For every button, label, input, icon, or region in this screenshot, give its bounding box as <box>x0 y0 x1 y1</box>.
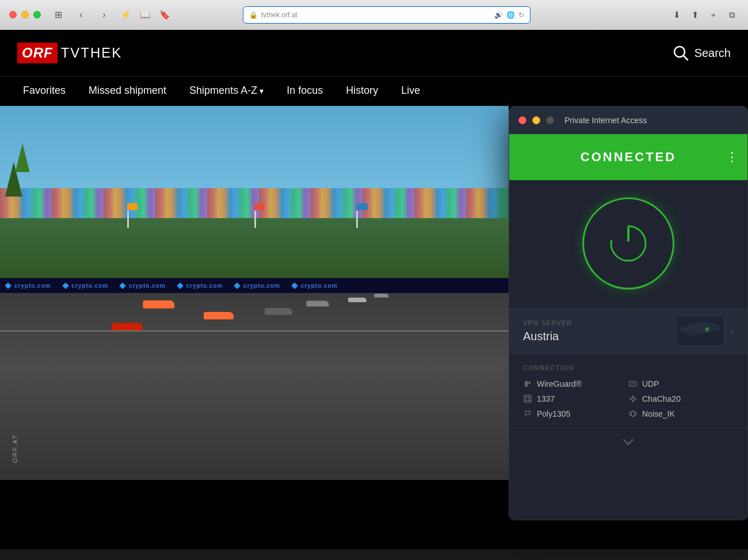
download-icon[interactable]: ⬇ <box>670 8 684 22</box>
share-icon[interactable]: ⬆ <box>688 8 702 22</box>
car-1 <box>143 300 174 308</box>
pia-status-text: CONNECTED <box>581 150 676 165</box>
browser-nav: ⊞ ‹ › ⚡ 📖 🔖 <box>50 7 171 23</box>
flag-1 <box>127 203 138 210</box>
tab-overview-icon[interactable]: ⧉ <box>725 8 739 22</box>
pia-port-value: 1337 <box>537 394 555 403</box>
pia-server-section[interactable]: VPN SERVER Austria <box>509 307 747 355</box>
minimize-button[interactable] <box>21 11 29 18</box>
udp-icon <box>628 379 638 388</box>
pia-power-section <box>509 180 747 307</box>
pia-wireguard-value: WireGuard® <box>537 379 582 388</box>
sponsor-text: 🔷 crypto.com 🔷 crypto.com 🔷 crypto.com 🔷… <box>0 283 342 289</box>
search-icon <box>673 45 689 61</box>
svg-rect-8 <box>524 395 531 402</box>
pia-server-name: Austria <box>523 330 573 343</box>
pia-conn-poly: Poly1305 <box>523 409 628 418</box>
audio-icon: 🔊 <box>494 11 503 19</box>
nav-item-missed-shipment[interactable]: Missed shipment <box>77 77 178 106</box>
tvthek-logo-text: TVTHEK <box>61 45 123 61</box>
video-player[interactable]: 🔷 crypto.com 🔷 crypto.com 🔷 crypto.com 🔷… <box>0 106 509 480</box>
pia-server-label: VPN SERVER <box>523 319 573 326</box>
shadow-overlay <box>0 368 509 480</box>
search-label: Search <box>694 47 731 60</box>
new-tab-icon[interactable]: + <box>707 8 720 22</box>
wireguard-icon <box>523 379 532 388</box>
nav-item-shipments-az[interactable]: Shipments A-Z <box>178 77 275 106</box>
pia-udp-value: UDP <box>642 379 659 388</box>
orf-logo[interactable]: ORF TVTHEK <box>17 43 122 63</box>
airdrop-icon: ⚡ <box>119 9 132 21</box>
address-bar[interactable]: 🔒 tvthek.orf.at 🔊 🌐 ↻ <box>243 6 531 24</box>
svg-rect-9 <box>525 397 527 398</box>
power-icon <box>608 223 648 264</box>
pia-chacha-value: ChaCha20 <box>642 394 681 403</box>
nav-item-in-focus[interactable]: In focus <box>275 77 334 106</box>
flagpole-1 <box>127 211 129 228</box>
reload-icon: ↻ <box>518 11 524 19</box>
pia-server-right: › <box>677 317 734 345</box>
pia-app-title: Private Internet Access <box>564 116 647 125</box>
nav-item-history[interactable]: History <box>334 77 390 106</box>
nav-item-live[interactable]: Live <box>390 77 432 106</box>
pia-close-button[interactable] <box>518 116 526 124</box>
orf-nav: Favorites Missed shipment Shipments A-Z … <box>0 76 748 106</box>
orf-content: 🔷 crypto.com 🔷 crypto.com 🔷 crypto.com 🔷… <box>0 106 748 549</box>
titlebar: ⊞ ‹ › ⚡ 📖 🔖 🔒 tvthek.orf.at 🔊 🌐 ↻ ⬇ ⬆ + … <box>0 0 748 30</box>
flag-2 <box>254 203 265 210</box>
car-4 <box>265 308 292 315</box>
nav-item-favorites[interactable]: Favorites <box>12 77 77 106</box>
poly-icon <box>523 409 532 418</box>
traffic-lights <box>9 11 41 18</box>
pia-minimize-button[interactable] <box>532 116 540 124</box>
flag-3 <box>356 203 368 210</box>
pia-connection-section: CONNECTION WireGuard® UDP <box>509 355 747 428</box>
port-icon <box>523 394 532 403</box>
car-5 <box>307 301 330 307</box>
pia-noise-value: Noise_IK <box>642 409 675 418</box>
orf-website: ORF TVTHEK Search Favorites Missed shipm… <box>0 30 748 549</box>
svg-rect-10 <box>528 397 530 398</box>
fullscreen-button[interactable] <box>33 11 41 18</box>
pia-power-button[interactable] <box>582 197 674 289</box>
svg-rect-12 <box>528 399 530 401</box>
pia-titlebar: Private Internet Access <box>509 106 747 134</box>
world-map <box>677 317 723 345</box>
pia-fullscreen-button[interactable] <box>546 116 554 124</box>
reader-icon: 📖 <box>139 9 151 21</box>
pia-server-arrow[interactable]: › <box>730 325 734 337</box>
sidebar-toggle-button[interactable]: ⊞ <box>50 7 66 23</box>
car-2 <box>204 312 234 319</box>
svg-line-1 <box>684 56 688 60</box>
close-button[interactable] <box>9 11 17 18</box>
car-3 <box>112 323 143 330</box>
chevron-down-icon <box>621 437 635 447</box>
flagpole-3 <box>356 211 358 228</box>
world-map-svg <box>677 317 723 345</box>
back-button[interactable]: ‹ <box>73 7 89 23</box>
pia-conn-wireguard: WireGuard® <box>523 379 628 388</box>
search-button[interactable]: Search <box>673 45 731 61</box>
sponsor-banner: 🔷 crypto.com 🔷 crypto.com 🔷 crypto.com 🔷… <box>0 278 509 293</box>
car-7 <box>375 294 389 297</box>
orf-logo-text: ORF <box>17 43 58 63</box>
track-line <box>0 330 509 332</box>
flagpole-2 <box>254 211 256 228</box>
bookmark-icon: 🔖 <box>158 9 171 21</box>
lock-icon: 🔒 <box>249 11 258 19</box>
forward-button[interactable]: › <box>96 7 112 23</box>
noise-icon <box>628 409 638 418</box>
pia-menu-button[interactable]: ⋮ <box>726 150 738 165</box>
pia-conn-noise: Noise_IK <box>628 409 734 418</box>
pia-poly-value: Poly1305 <box>537 409 570 418</box>
pia-window: Private Internet Access CONNECTED ⋮ <box>509 106 748 520</box>
pia-conn-port: 1337 <box>523 394 628 403</box>
url-text: tvthek.orf.at <box>261 11 297 19</box>
pia-expand-button[interactable] <box>509 428 747 456</box>
car-6 <box>348 298 367 302</box>
pia-conn-chacha: ChaCha20 <box>628 394 734 403</box>
pia-server-info: VPN SERVER Austria <box>523 319 573 343</box>
video-scene: 🔷 crypto.com 🔷 crypto.com 🔷 crypto.com 🔷… <box>0 106 509 480</box>
orf-header: ORF TVTHEK Search <box>0 30 748 76</box>
pia-connected-bar: CONNECTED ⋮ <box>509 134 747 180</box>
